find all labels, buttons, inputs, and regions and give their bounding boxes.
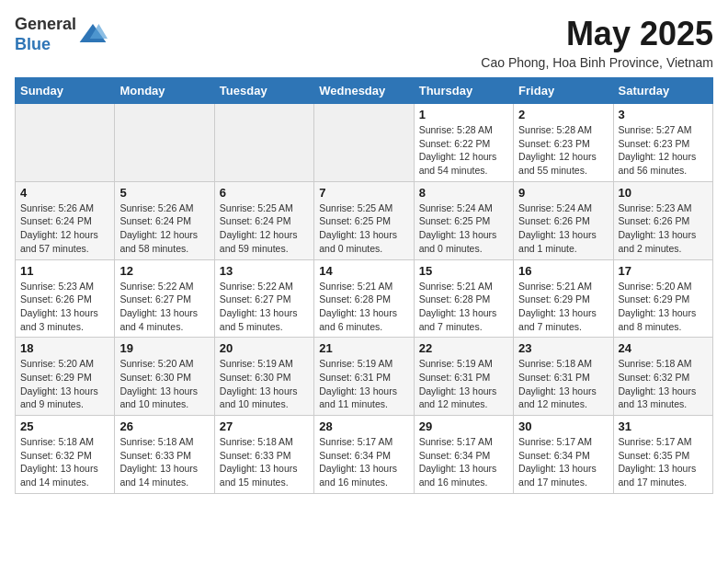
calendar-cell: 10Sunrise: 5:23 AM Sunset: 6:26 PM Dayli… xyxy=(613,181,712,259)
location: Cao Phong, Hoa Binh Province, Vietnam xyxy=(481,55,713,70)
day-number: 15 xyxy=(419,264,508,278)
calendar-cell: 4Sunrise: 5:26 AM Sunset: 6:24 PM Daylig… xyxy=(16,181,115,259)
day-number: 10 xyxy=(619,186,708,200)
day-number: 7 xyxy=(319,186,408,200)
day-info: Sunrise: 5:25 AM Sunset: 6:25 PM Dayligh… xyxy=(319,201,408,256)
calendar-cell: 26Sunrise: 5:18 AM Sunset: 6:33 PM Dayli… xyxy=(115,416,214,494)
day-info: Sunrise: 5:17 AM Sunset: 6:34 PM Dayligh… xyxy=(518,435,608,489)
logo-line2: Blue xyxy=(15,35,76,55)
day-number: 17 xyxy=(619,264,708,278)
logo: General Blue xyxy=(15,15,108,54)
day-number: 4 xyxy=(20,186,109,200)
day-number: 25 xyxy=(20,419,109,433)
calendar-cell: 23Sunrise: 5:18 AM Sunset: 6:31 PM Dayli… xyxy=(514,338,613,416)
day-number: 31 xyxy=(619,419,708,433)
day-info: Sunrise: 5:19 AM Sunset: 6:30 PM Dayligh… xyxy=(220,357,309,411)
calendar-cell: 17Sunrise: 5:20 AM Sunset: 6:29 PM Dayli… xyxy=(613,259,712,338)
day-info: Sunrise: 5:24 AM Sunset: 6:26 PM Dayligh… xyxy=(518,201,608,256)
day-number: 8 xyxy=(419,186,508,200)
week-row-1: 1Sunrise: 5:28 AM Sunset: 6:22 PM Daylig… xyxy=(16,104,713,182)
day-info: Sunrise: 5:19 AM Sunset: 6:31 PM Dayligh… xyxy=(419,357,508,411)
day-info: Sunrise: 5:18 AM Sunset: 6:33 PM Dayligh… xyxy=(220,435,309,489)
day-info: Sunrise: 5:28 AM Sunset: 6:23 PM Dayligh… xyxy=(518,123,608,178)
calendar-cell xyxy=(16,104,115,182)
day-info: Sunrise: 5:21 AM Sunset: 6:28 PM Dayligh… xyxy=(319,280,408,334)
calendar-cell: 20Sunrise: 5:19 AM Sunset: 6:30 PM Dayli… xyxy=(214,338,313,416)
calendar-cell: 19Sunrise: 5:20 AM Sunset: 6:30 PM Dayli… xyxy=(115,338,214,416)
month-title: May 2025 xyxy=(481,15,713,53)
day-number: 11 xyxy=(20,264,109,278)
day-header-wednesday: Wednesday xyxy=(314,78,414,104)
day-number: 9 xyxy=(518,186,608,200)
calendar-cell: 21Sunrise: 5:19 AM Sunset: 6:31 PM Dayli… xyxy=(314,338,414,416)
day-info: Sunrise: 5:24 AM Sunset: 6:25 PM Dayligh… xyxy=(419,201,508,256)
day-info: Sunrise: 5:18 AM Sunset: 6:32 PM Dayligh… xyxy=(619,357,708,411)
week-row-4: 18Sunrise: 5:20 AM Sunset: 6:29 PM Dayli… xyxy=(16,338,713,416)
calendar-cell: 30Sunrise: 5:17 AM Sunset: 6:34 PM Dayli… xyxy=(514,416,613,494)
day-info: Sunrise: 5:27 AM Sunset: 6:23 PM Dayligh… xyxy=(619,123,708,178)
day-header-saturday: Saturday xyxy=(613,78,712,104)
calendar-cell: 22Sunrise: 5:19 AM Sunset: 6:31 PM Dayli… xyxy=(414,338,513,416)
day-info: Sunrise: 5:21 AM Sunset: 6:28 PM Dayligh… xyxy=(419,280,508,334)
day-header-sunday: Sunday xyxy=(16,78,115,104)
page-header: General Blue May 2025 Cao Phong, Hoa Bin… xyxy=(15,15,713,70)
day-number: 26 xyxy=(119,419,209,433)
day-info: Sunrise: 5:18 AM Sunset: 6:32 PM Dayligh… xyxy=(20,435,109,489)
calendar-cell: 27Sunrise: 5:18 AM Sunset: 6:33 PM Dayli… xyxy=(214,416,313,494)
day-info: Sunrise: 5:17 AM Sunset: 6:34 PM Dayligh… xyxy=(419,435,508,489)
day-info: Sunrise: 5:20 AM Sunset: 6:29 PM Dayligh… xyxy=(20,357,109,411)
day-number: 2 xyxy=(518,108,608,121)
day-number: 18 xyxy=(20,341,109,355)
calendar-cell: 16Sunrise: 5:21 AM Sunset: 6:29 PM Dayli… xyxy=(514,259,613,338)
day-number: 24 xyxy=(619,341,708,355)
calendar-cell: 11Sunrise: 5:23 AM Sunset: 6:26 PM Dayli… xyxy=(16,259,115,338)
day-info: Sunrise: 5:19 AM Sunset: 6:31 PM Dayligh… xyxy=(319,357,408,411)
calendar-cell: 31Sunrise: 5:17 AM Sunset: 6:35 PM Dayli… xyxy=(613,416,712,494)
day-number: 30 xyxy=(518,419,608,433)
day-header-monday: Monday xyxy=(115,78,214,104)
calendar-cell: 5Sunrise: 5:26 AM Sunset: 6:24 PM Daylig… xyxy=(115,181,214,259)
calendar-cell: 24Sunrise: 5:18 AM Sunset: 6:32 PM Dayli… xyxy=(613,338,712,416)
day-info: Sunrise: 5:18 AM Sunset: 6:31 PM Dayligh… xyxy=(518,357,608,411)
week-row-2: 4Sunrise: 5:26 AM Sunset: 6:24 PM Daylig… xyxy=(16,181,713,259)
calendar-cell: 1Sunrise: 5:28 AM Sunset: 6:22 PM Daylig… xyxy=(414,104,513,182)
calendar-cell: 3Sunrise: 5:27 AM Sunset: 6:23 PM Daylig… xyxy=(613,104,712,182)
calendar-cell xyxy=(314,104,414,182)
calendar-cell: 2Sunrise: 5:28 AM Sunset: 6:23 PM Daylig… xyxy=(514,104,613,182)
day-number: 20 xyxy=(220,341,309,355)
calendar-cell: 14Sunrise: 5:21 AM Sunset: 6:28 PM Dayli… xyxy=(314,259,414,338)
day-info: Sunrise: 5:20 AM Sunset: 6:29 PM Dayligh… xyxy=(619,280,708,334)
day-info: Sunrise: 5:17 AM Sunset: 6:35 PM Dayligh… xyxy=(619,435,708,489)
week-row-5: 25Sunrise: 5:18 AM Sunset: 6:32 PM Dayli… xyxy=(16,416,713,494)
day-info: Sunrise: 5:22 AM Sunset: 6:27 PM Dayligh… xyxy=(220,280,309,334)
day-number: 19 xyxy=(119,341,209,355)
day-number: 12 xyxy=(119,264,209,278)
day-number: 14 xyxy=(319,264,408,278)
logo-line1: General xyxy=(15,15,76,35)
day-number: 1 xyxy=(419,108,508,121)
calendar-cell: 7Sunrise: 5:25 AM Sunset: 6:25 PM Daylig… xyxy=(314,181,414,259)
logo-icon xyxy=(78,20,108,50)
day-info: Sunrise: 5:20 AM Sunset: 6:30 PM Dayligh… xyxy=(119,357,209,411)
day-number: 23 xyxy=(518,341,608,355)
week-row-3: 11Sunrise: 5:23 AM Sunset: 6:26 PM Dayli… xyxy=(16,259,713,338)
day-number: 13 xyxy=(220,264,309,278)
title-section: May 2025 Cao Phong, Hoa Binh Province, V… xyxy=(481,15,713,70)
day-info: Sunrise: 5:28 AM Sunset: 6:22 PM Dayligh… xyxy=(419,123,508,178)
day-number: 5 xyxy=(119,186,209,200)
day-info: Sunrise: 5:26 AM Sunset: 6:24 PM Dayligh… xyxy=(20,201,109,256)
day-info: Sunrise: 5:22 AM Sunset: 6:27 PM Dayligh… xyxy=(119,280,209,334)
day-info: Sunrise: 5:23 AM Sunset: 6:26 PM Dayligh… xyxy=(20,280,109,334)
day-number: 6 xyxy=(220,186,309,200)
calendar-cell: 8Sunrise: 5:24 AM Sunset: 6:25 PM Daylig… xyxy=(414,181,513,259)
calendar-header-row: SundayMondayTuesdayWednesdayThursdayFrid… xyxy=(16,78,713,104)
calendar-cell: 18Sunrise: 5:20 AM Sunset: 6:29 PM Dayli… xyxy=(16,338,115,416)
day-number: 16 xyxy=(518,264,608,278)
calendar-cell: 6Sunrise: 5:25 AM Sunset: 6:24 PM Daylig… xyxy=(214,181,313,259)
day-info: Sunrise: 5:17 AM Sunset: 6:34 PM Dayligh… xyxy=(319,435,408,489)
day-header-friday: Friday xyxy=(514,78,613,104)
day-header-tuesday: Tuesday xyxy=(214,78,313,104)
day-info: Sunrise: 5:18 AM Sunset: 6:33 PM Dayligh… xyxy=(119,435,209,489)
day-number: 22 xyxy=(419,341,508,355)
calendar-cell xyxy=(214,104,313,182)
